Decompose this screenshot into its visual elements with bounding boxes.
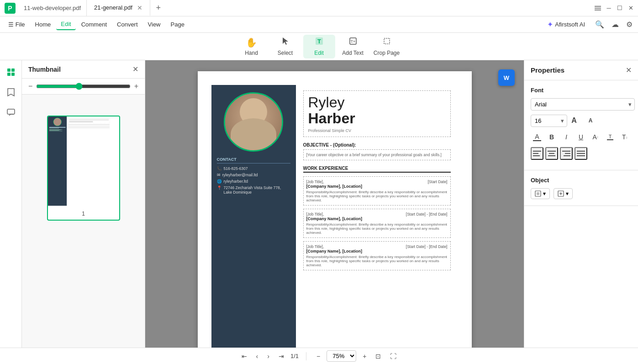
thumbnail-close-btn[interactable]: ✕ [132, 65, 138, 74]
sidebar-bookmark-btn[interactable] [3, 84, 19, 100]
search-button[interactable]: 🔍 [593, 18, 606, 31]
home-menu[interactable]: Home [31, 19, 56, 30]
hamburger-icon: ☰ [8, 21, 14, 28]
hand-tool[interactable]: ✋ Hand [236, 35, 268, 58]
object-section-title: Object [531, 177, 632, 184]
superscript-btn[interactable]: A↑ [589, 131, 602, 143]
main-area: Thumbnail ✕ − + [0, 60, 638, 348]
separator [306, 352, 306, 360]
minimize-button[interactable]: ─ [605, 5, 612, 12]
left-sidebar [0, 60, 22, 348]
bold-btn[interactable]: B [545, 131, 558, 143]
view-menu[interactable]: View [143, 19, 165, 30]
underline-btn[interactable]: U [575, 131, 587, 143]
add-text-icon: T+ [348, 37, 358, 48]
page-last-btn[interactable]: ⇥ [276, 351, 287, 362]
strikethrough-btn[interactable]: T [604, 131, 617, 143]
properties-close-btn[interactable]: ✕ [626, 66, 632, 74]
font-size-increase-btn[interactable]: A [568, 114, 580, 127]
hand-label: Hand [245, 50, 258, 56]
new-tab-button[interactable]: + [152, 2, 165, 15]
svg-rect-10 [7, 69, 11, 72]
font-size-decrease-btn[interactable]: A [584, 114, 597, 127]
menu-button[interactable] [594, 5, 601, 12]
properties-header: Properties ✕ [524, 60, 638, 80]
underline-color-btn[interactable]: A [531, 131, 543, 143]
tab-first-label: 11-web-developer.pdf [24, 5, 81, 11]
page-first-btn[interactable]: ⇤ [239, 351, 250, 362]
align-left-btn[interactable] [531, 147, 543, 160]
page-next-btn[interactable]: › [264, 351, 272, 362]
convert-menu[interactable]: Convert [112, 19, 142, 30]
add-text-tool[interactable]: T+ Add Text [337, 35, 369, 58]
italic-btn[interactable]: I [560, 131, 573, 143]
zoom-in-btn[interactable]: + [360, 351, 369, 362]
comment-menu[interactable]: Comment [77, 19, 111, 30]
svg-rect-21 [562, 151, 570, 152]
tab-close-btn[interactable]: ✕ [135, 3, 144, 12]
properties-panel: Properties ✕ Font Arial ▾ 16 ▾ A A [524, 60, 638, 348]
align-right-btn[interactable] [560, 147, 573, 160]
svg-rect-4 [595, 10, 601, 11]
fullscreen-btn[interactable]: ⛶ [387, 351, 399, 362]
menubar-right: ✦ Afirstsoft AI 🔍 ☁ ⚙ [543, 18, 634, 31]
align-center-btn[interactable] [545, 147, 558, 160]
edit-tool[interactable]: T Edit [303, 35, 335, 58]
tab-second-pdf[interactable]: 21-general.pdf ✕ [89, 0, 150, 16]
restore-button[interactable]: ☐ [616, 5, 623, 12]
zoom-level-select[interactable]: 75% [327, 350, 356, 362]
font-name-row: Arial ▾ [531, 98, 632, 111]
svg-rect-20 [548, 155, 555, 156]
app-logo: P [4, 2, 16, 15]
font-section-title: Font [531, 87, 632, 94]
crop-page-tool[interactable]: Crop Page [371, 35, 403, 58]
objective-title: OBJECTIVE - (Optional): [303, 142, 451, 148]
cv-address: 📍 72746 Zechariah Vista Suite 778, Lake … [217, 185, 290, 195]
crop-icon [382, 37, 391, 48]
cv-email: ✉ ryleyharber@mail.ltd [217, 173, 290, 177]
svg-rect-15 [533, 151, 541, 152]
cv-name-box[interactable]: Ryley Harber Professional Simple CV [303, 90, 451, 137]
thumbnail-page-1[interactable]: 1 [47, 116, 120, 221]
ai-star-icon: ✦ [547, 20, 553, 29]
zoom-out-btn[interactable]: − [314, 351, 323, 362]
svg-rect-18 [548, 151, 556, 152]
objective-text: [Your career objective or a brief summar… [303, 149, 451, 160]
page-prev-btn[interactable]: ‹ [253, 351, 261, 362]
tab-first-pdf[interactable]: 11-web-developer.pdf [18, 0, 87, 16]
sidebar-thumbnail-btn[interactable] [3, 64, 19, 80]
align-justify-btn[interactable] [575, 147, 587, 160]
edit-menu[interactable]: Edit [56, 19, 75, 30]
thumbnail-zoom-slider[interactable] [36, 83, 130, 90]
pdf-viewer[interactable]: W CONTACT [145, 60, 524, 348]
settings-button[interactable]: ⚙ [624, 18, 634, 31]
file-menu[interactable]: ☰ File [4, 19, 30, 30]
file-menu-label: File [16, 21, 25, 28]
object-buttons: ▾ ▾ [531, 188, 632, 199]
zoom-out-icon[interactable]: − [28, 82, 32, 90]
zoom-in-icon[interactable]: + [134, 82, 138, 90]
ai-button[interactable]: ✦ Afirstsoft AI [543, 18, 590, 31]
object-size-btn[interactable]: ▾ [554, 188, 573, 199]
svg-rect-19 [549, 153, 554, 154]
svg-rect-14 [7, 109, 15, 114]
cv-website: 🌐 ryleyharber.ltd [217, 179, 290, 184]
translate-badge[interactable]: W [498, 69, 515, 86]
cloud-button[interactable]: ☁ [610, 18, 621, 31]
sidebar-comment-btn[interactable] [3, 104, 19, 121]
svg-text:P: P [8, 5, 12, 12]
subscript-btn[interactable]: T↓ [618, 131, 631, 143]
font-size-select[interactable]: 16 [531, 115, 567, 127]
font-name-select[interactable]: Arial [531, 98, 635, 111]
close-button[interactable]: ✕ [627, 5, 634, 12]
work-desc-2: Responsibility/Accomplishment: Briefly d… [306, 222, 448, 235]
object-position-btn[interactable]: ▾ [531, 188, 550, 199]
page-menu[interactable]: Page [166, 19, 189, 30]
work-company-2: [Company Name], [Location] [306, 216, 448, 221]
email-icon: ✉ [217, 173, 221, 177]
cv-first-name: Ryley [308, 95, 446, 111]
svg-rect-22 [565, 153, 570, 154]
align-buttons-row [531, 147, 632, 160]
fit-page-btn[interactable]: ⊡ [373, 351, 384, 362]
select-tool[interactable]: Select [269, 35, 301, 58]
